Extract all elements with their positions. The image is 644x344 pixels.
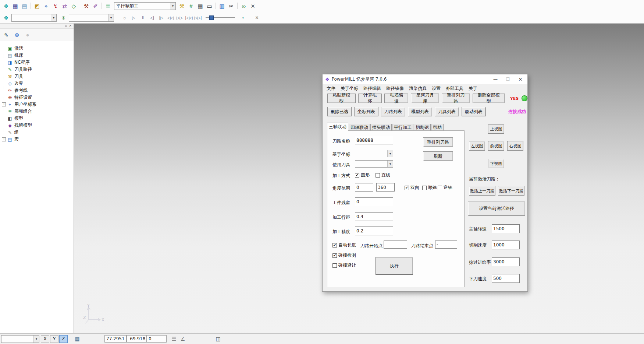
x-axis-button[interactable]: X xyxy=(41,335,49,343)
menu-render-sim[interactable]: 渲染仿真 xyxy=(406,85,429,92)
plunge-feed-input[interactable] xyxy=(492,274,520,283)
go-start-icon[interactable]: |◁◁ xyxy=(184,13,193,22)
base-coord-combobox[interactable] xyxy=(355,150,393,157)
pause-icon[interactable]: ‖ xyxy=(138,13,147,22)
stock-edit-button[interactable]: 毛坯编辑 xyxy=(384,94,408,103)
end-point-input[interactable] xyxy=(435,241,457,249)
clipping-icon[interactable]: ✂ xyxy=(227,1,236,11)
climb-checkbox[interactable]: 顺铣 xyxy=(422,185,437,191)
view-bottom-button[interactable]: 下视图 xyxy=(488,159,504,168)
tree-item-patterns[interactable]: ✏ 参考线 xyxy=(1,87,74,94)
tree-item-activate[interactable]: ▣ 激活 xyxy=(1,45,74,52)
grid-icon[interactable]: # xyxy=(186,1,196,11)
strategy-list-icon[interactable]: ≣ xyxy=(103,1,113,11)
conventional-checkbox[interactable]: 逆铣 xyxy=(438,185,452,191)
toolpath-list-button[interactable]: 刀路列表 xyxy=(381,107,405,116)
tab-saw[interactable]: 切割锯 xyxy=(414,124,431,131)
delete-all-models-button[interactable]: 删除全部模型 xyxy=(473,94,505,103)
menu-about-coords[interactable]: 关于坐标 xyxy=(338,85,361,92)
simulation-speed-slider[interactable] xyxy=(206,14,235,21)
screen-icon[interactable]: ◫ xyxy=(214,335,223,343)
tree-item-levels-sets[interactable]: ≣ 层和组合 xyxy=(1,108,74,115)
tree-item-stock-models[interactable]: ◆ 残留模型 xyxy=(1,122,74,129)
block-icon[interactable]: ◩ xyxy=(32,1,42,11)
simulation-tool-combobox[interactable] xyxy=(69,14,114,22)
collision-avoid-checkbox[interactable]: 碰撞避让 xyxy=(332,262,356,268)
tree-item-macros[interactable]: ▤ 宏 xyxy=(1,136,74,143)
play-icon[interactable]: ▷ xyxy=(129,13,138,22)
tree-item-groups[interactable]: ✎ 组 xyxy=(1,129,74,136)
tool-gold-icon[interactable]: ⚒ xyxy=(177,1,186,11)
tree-item-toolpaths[interactable]: ✎ 刀具路径 xyxy=(1,66,74,73)
coord-list-button[interactable]: 坐标列表 xyxy=(354,107,378,116)
rewind-icon[interactable]: ◁◁ xyxy=(166,13,175,22)
panel-close-icon[interactable]: ✕ xyxy=(69,24,72,28)
use-tool-combobox[interactable] xyxy=(355,160,393,168)
tree-item-machine[interactable]: ▤ 机床 xyxy=(1,52,74,59)
expander-icon[interactable] xyxy=(1,102,6,107)
y-axis-button[interactable]: Y xyxy=(50,335,58,343)
nc-program-stack-icon[interactable]: ❖ xyxy=(1,13,11,22)
execute-button[interactable]: 执行 xyxy=(376,257,413,275)
step-back-icon[interactable]: ◁| xyxy=(147,13,157,22)
boundary-icon[interactable]: ◇ xyxy=(69,1,78,11)
model-stack-icon[interactable]: ❖ xyxy=(1,1,11,11)
calculator-icon[interactable]: ▦ xyxy=(196,1,205,11)
auto-length-checkbox[interactable]: ✔ 自动长度 xyxy=(332,242,356,248)
menu-path-mirror[interactable]: 路径镜像 xyxy=(384,85,406,92)
dialog-titlebar[interactable]: ❖ PowerMILL 忆梦星河 7.0.6 — ☐ ✕ xyxy=(323,74,527,84)
refresh-button[interactable]: 刷新 xyxy=(423,151,453,161)
sphere-icon[interactable]: ● xyxy=(23,30,32,40)
lamp-icon[interactable]: ☼ xyxy=(120,13,129,22)
save-icon[interactable]: ▦ xyxy=(11,1,20,11)
statusbar-combobox[interactable] xyxy=(1,335,39,343)
draft-angle-icon[interactable]: ∠ xyxy=(178,335,187,343)
view-top-button[interactable]: 上视图 xyxy=(488,124,504,134)
view-front-button[interactable]: 前视图 xyxy=(488,141,504,151)
grid-toggle-icon[interactable]: ▦ xyxy=(73,335,82,343)
tool-list-button[interactable]: 刀具列表 xyxy=(435,107,459,116)
collision-check-checkbox[interactable]: ✔ 碰撞检测 xyxy=(332,252,356,259)
paste-new-model-button[interactable]: 粘贴新模型 xyxy=(327,94,356,103)
maximize-button[interactable]: ☐ xyxy=(502,75,514,84)
z-axis-button[interactable]: Z xyxy=(59,335,68,343)
go-end-icon[interactable]: ▷▷| xyxy=(193,13,203,22)
select-cursor-icon[interactable]: ⇖ xyxy=(1,30,11,40)
skim-feed-input[interactable] xyxy=(492,257,520,266)
measure-icon[interactable]: ▭ xyxy=(205,1,214,11)
model-list-button[interactable]: 模型列表 xyxy=(408,107,432,116)
coordinate-y-field[interactable] xyxy=(127,335,147,343)
view-right-button[interactable]: 右视图 xyxy=(507,141,523,151)
reorder-toolpaths-form-button[interactable]: 重排列刀路 xyxy=(423,137,453,147)
tree-item-nc-programs[interactable]: ◨ NC程序 xyxy=(1,59,74,66)
bidirectional-checkbox[interactable]: ✔ 双向 xyxy=(405,185,419,191)
tab-swivel-head[interactable]: 摆头联动 xyxy=(370,124,392,131)
spindle-speed-input[interactable] xyxy=(492,224,520,233)
drive-list-button[interactable]: 驱动列表 xyxy=(462,107,486,116)
reorder-toolpaths-button[interactable]: 重排列刀路 xyxy=(442,94,470,103)
tab-parallel[interactable]: 平行加工 xyxy=(392,124,413,131)
tab-4axis[interactable]: 四轴联动 xyxy=(349,124,370,131)
binoculars-icon[interactable]: ∞ xyxy=(239,1,248,11)
activate-next-button[interactable]: 激活下一刀路 xyxy=(498,186,524,196)
angle-start-input[interactable] xyxy=(355,183,373,192)
tool-library-button[interactable]: 星河刀具库 xyxy=(411,94,439,103)
close-button[interactable]: ✕ xyxy=(514,75,527,84)
clock-icon[interactable]: ◔ xyxy=(238,13,247,22)
view-left-button[interactable]: 左视图 xyxy=(469,141,485,151)
toolpath-name-input[interactable] xyxy=(355,136,393,144)
slider-handle[interactable] xyxy=(209,15,214,20)
line-checkbox[interactable]: 直线 xyxy=(376,172,390,178)
tree-item-feature-sets[interactable]: ❋ 特征设置 xyxy=(1,94,74,101)
strategy-combobox[interactable]: 平行精加工 xyxy=(114,2,176,10)
minimize-button[interactable]: — xyxy=(489,75,502,84)
menu-file[interactable]: 文件 xyxy=(324,85,338,92)
circle-checkbox[interactable]: ✔ 圆形 xyxy=(355,172,370,178)
menu-external-tools[interactable]: 外部工具 xyxy=(443,85,466,92)
delete-selected-button[interactable]: 删除已选 xyxy=(327,107,352,116)
tab-help[interactable]: 帮助 xyxy=(431,124,444,131)
start-point-input[interactable] xyxy=(384,241,407,249)
list-icon[interactable]: ☰ xyxy=(170,335,178,343)
tree-item-models[interactable]: ◧ 模型 xyxy=(1,115,74,122)
menu-path-edit[interactable]: 路径编辑 xyxy=(361,85,384,92)
